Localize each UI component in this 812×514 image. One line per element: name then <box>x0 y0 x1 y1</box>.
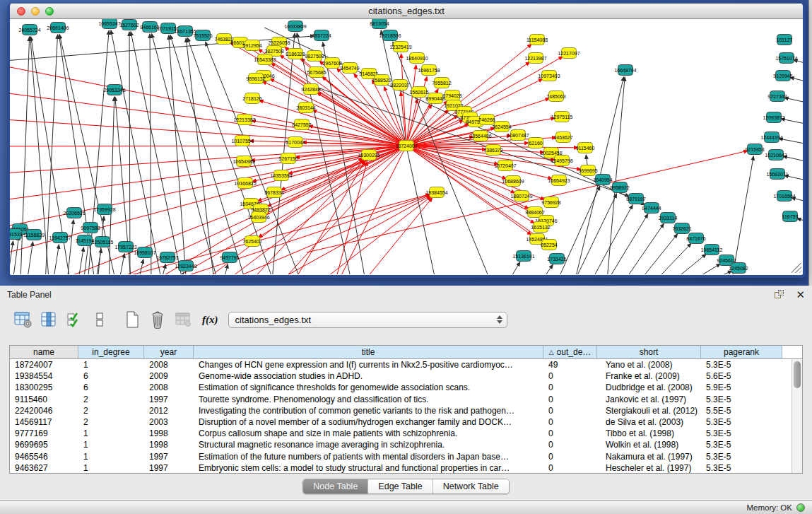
graph-node[interactable]: 7955812 <box>432 78 451 88</box>
graph-node[interactable]: 2967608 <box>322 58 341 69</box>
graph-node[interactable]: 15136141 <box>512 251 534 262</box>
graph-node[interactable]: 19384554 <box>425 187 447 198</box>
graph-node[interactable]: 9227343 <box>767 91 787 102</box>
graph-node[interactable]: 12093872 <box>763 112 784 123</box>
graph-node[interactable]: 1615132 <box>531 222 550 233</box>
graph-node[interactable]: 9097588 <box>81 223 100 233</box>
float-panel-icon[interactable] <box>775 290 784 300</box>
graph-node[interactable]: 852254 <box>541 240 557 250</box>
graph-node[interactable]: 8471676 <box>686 233 705 244</box>
table-row[interactable]: 946554611997Estimation of the future num… <box>10 451 802 462</box>
graph-node[interactable]: 16961758 <box>418 65 440 76</box>
graph-node[interactable]: 10210643 <box>765 150 787 160</box>
graph-node[interactable]: 11154088 <box>526 35 548 45</box>
graph-node[interactable]: 15692071 <box>766 169 788 180</box>
graph-node[interactable]: 9457791 <box>220 252 239 263</box>
table-row[interactable]: 1872400712008Changes of HCN gene express… <box>10 359 802 370</box>
graph-node[interactable]: 16958107 <box>134 247 155 258</box>
import-table-button[interactable] <box>172 309 194 330</box>
graph-node[interactable]: 9129946 <box>773 71 792 81</box>
network-canvas-container[interactable]: 1872400774638228660128591295423226058382… <box>10 19 803 274</box>
column-header-year[interactable]: year <box>144 346 194 358</box>
graph-node[interactable]: 1463627 <box>553 132 572 143</box>
graph-node[interactable]: 5912954 <box>242 40 261 51</box>
graph-node[interactable]: 10107554 <box>231 136 253 146</box>
select-columns-button[interactable] <box>38 309 59 330</box>
column-header-out_de[interactable]: △out_de… <box>543 346 597 358</box>
table-selector-dropdown[interactable]: citations_edges.txt <box>228 312 507 328</box>
graph-node[interactable]: 13942757 <box>49 233 71 243</box>
graph-node[interactable]: 10807487 <box>507 130 529 141</box>
graph-node[interactable]: 7485063 <box>546 91 565 102</box>
tab-node-table[interactable]: Node Table <box>303 479 368 493</box>
graph-node[interactable]: 391531 <box>10 229 23 240</box>
graph-node[interactable]: 3624554 <box>492 122 511 132</box>
graph-node[interactable]: 17359928 <box>93 204 115 215</box>
column-header-name[interactable]: name <box>10 346 78 358</box>
column-header-short[interactable]: short <box>597 346 701 358</box>
graph-node[interactable]: 20206526 <box>63 208 85 218</box>
table-row[interactable]: 946362711997Embryonic stem cells: a mode… <box>10 462 802 473</box>
graph-node[interactable]: 8822037 <box>390 80 409 90</box>
graph-node[interactable]: 10688609 <box>502 176 524 187</box>
graph-node[interactable]: 5678334 <box>264 187 283 198</box>
graph-node[interactable]: 746266 <box>478 115 495 125</box>
graph-node[interactable]: 6879197 <box>626 194 645 204</box>
table-row[interactable]: 1830029562008Estimation of significance … <box>10 382 802 393</box>
graph-node[interactable]: 20691406 <box>47 23 69 33</box>
graph-node[interactable]: 1245082 <box>729 263 748 274</box>
select-rows-button[interactable] <box>64 309 85 330</box>
graph-node[interactable]: 16782753 <box>156 252 178 263</box>
tab-edge-table[interactable]: Edge Table <box>368 479 433 493</box>
graph-node[interactable]: 9699695 <box>578 165 597 176</box>
table-row[interactable]: 2242004622012Investigating the contribut… <box>10 405 802 416</box>
graph-node[interactable]: 12975115 <box>551 112 573 122</box>
graph-node[interactable]: 19218506 <box>379 30 401 41</box>
graph-node[interactable]: 9242848 <box>301 84 320 95</box>
table-row[interactable]: 969969511998Structural magnetic resonanc… <box>10 439 802 450</box>
graph-node[interactable]: 9827508 <box>305 51 324 62</box>
table-row[interactable]: 1938455462009Genome-wide association stu… <box>10 370 802 382</box>
column-settings-button[interactable] <box>13 309 34 330</box>
column-header-pagerank[interactable]: pagerank <box>701 346 782 358</box>
graph-node[interactable]: 11156829 <box>23 230 45 240</box>
graph-node[interactable]: 7515526 <box>193 30 212 41</box>
graph-node[interactable]: 2718126 <box>242 93 261 104</box>
graph-node[interactable]: 9474444 <box>642 203 661 214</box>
graph-node[interactable]: 9896132 <box>246 74 265 84</box>
graph-node[interactable]: 8958922 <box>610 182 629 193</box>
graph-node[interactable]: 8813054 <box>370 19 389 29</box>
graph-node[interactable]: 16648794 <box>614 65 636 76</box>
graph-node[interactable]: 9756928 <box>541 197 560 208</box>
function-builder-button[interactable]: f(x) <box>202 314 218 326</box>
graph-node[interactable]: 8454749 <box>340 63 359 74</box>
delete-column-button[interactable] <box>147 309 168 330</box>
graph-node[interactable]: 101127 <box>777 35 793 45</box>
graph-node[interactable]: 7625402 <box>242 236 261 247</box>
tab-network-table[interactable]: Network Table <box>433 479 509 493</box>
graph-node[interactable]: 16654923 <box>548 175 570 186</box>
table-scrollbar-thumb[interactable] <box>794 361 801 388</box>
graph-node[interactable]: 5675685 <box>307 67 326 78</box>
close-panel-icon[interactable]: ✕ <box>796 290 805 300</box>
graph-node[interactable]: 116753 <box>782 211 799 222</box>
graph-node[interactable]: 8186328 <box>286 49 305 59</box>
graph-node[interactable]: 6794028 <box>442 90 461 101</box>
graph-node[interactable]: 5267150 <box>278 153 298 164</box>
graph-node[interactable]: 12217097 <box>558 48 579 59</box>
graph-node[interactable]: 24055724 <box>18 25 40 35</box>
graph-node[interactable]: 62160 <box>529 138 543 148</box>
graph-node[interactable]: 10654112 <box>701 245 723 255</box>
graph-node[interactable]: 7632621 <box>672 223 691 234</box>
graph-node[interactable]: 8427552 <box>292 119 311 130</box>
graph-node[interactable]: 1640954 <box>593 175 612 185</box>
table-row[interactable]: 977716911998Corpus callosum shape and si… <box>10 428 802 439</box>
network-canvas[interactable]: 1872400774638228660128591295423226058382… <box>10 19 803 274</box>
window-resize-grip[interactable] <box>792 263 801 273</box>
graph-node[interactable]: 9115460 <box>576 143 595 153</box>
graph-node[interactable]: 7386372 <box>483 145 502 156</box>
graph-node[interactable]: 1588520 <box>372 75 391 86</box>
graph-node[interactable]: 7857224 <box>312 30 331 41</box>
column-header-title[interactable]: title <box>194 346 543 358</box>
graph-node[interactable]: 14353594 <box>270 170 292 181</box>
